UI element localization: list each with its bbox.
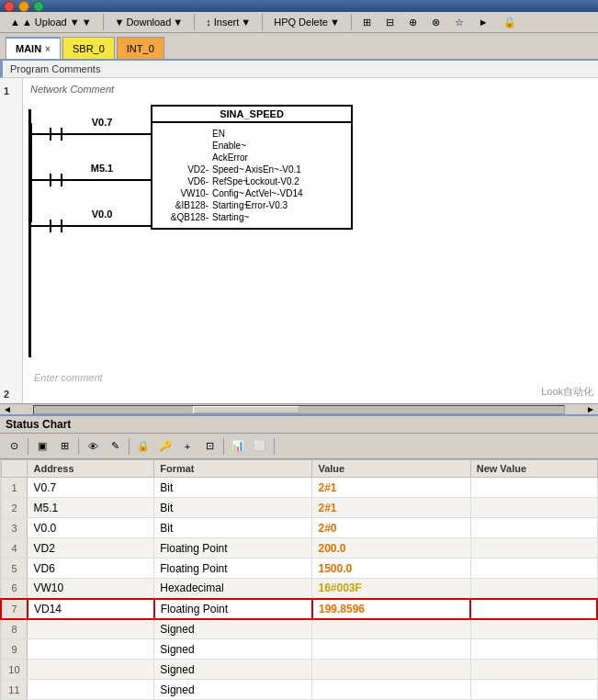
download-button[interactable]: ▼ Download ▼ <box>108 12 190 32</box>
bottom-scrollbar[interactable]: ◄ ► <box>0 403 598 414</box>
table-row[interactable]: 9Signed <box>1 639 597 660</box>
minimize-btn[interactable] <box>18 1 29 12</box>
delete-button[interactable]: HPQ Delete ▼ <box>267 12 346 32</box>
row-value[interactable]: 16#003F <box>312 579 470 599</box>
row-format[interactable]: Bit <box>154 498 312 518</box>
status-chart-toolbar: ⊙ ▣ ⊞ 👁 ✎ 🔒 🔑 + ⊡ 📊 ⬜ <box>0 434 598 459</box>
row-format[interactable]: Floating Point <box>154 538 312 559</box>
tab-main[interactable]: MAIN × <box>6 37 61 59</box>
sc-btn-2[interactable]: ▣ <box>32 436 52 457</box>
row-format[interactable]: Signed <box>154 660 312 680</box>
row-format[interactable]: Signed <box>154 639 312 660</box>
row-address[interactable]: V0.7 <box>28 478 154 498</box>
row-new-value[interactable] <box>470 559 597 579</box>
row-new-value[interactable] <box>470 538 597 559</box>
table-row[interactable]: 8Signed <box>1 619 597 639</box>
row-address[interactable]: VD2 <box>28 538 154 559</box>
row-format[interactable]: Hexadecimal <box>154 579 312 599</box>
sc-btn-4[interactable]: 👁 <box>83 436 103 457</box>
table-row[interactable]: 4VD2Floating Point200.0 <box>1 538 597 559</box>
sc-btn-7[interactable]: 🔑 <box>155 436 175 457</box>
maximize-btn[interactable] <box>33 1 44 12</box>
row-address[interactable] <box>28 680 154 700</box>
row-format[interactable]: Signed <box>154 619 312 639</box>
row-address[interactable]: VD6 <box>28 559 154 579</box>
row-format[interactable]: Signed <box>154 680 312 700</box>
row-format[interactable]: Bit <box>154 478 312 498</box>
row-number: 2 <box>1 498 28 518</box>
table-row[interactable]: 1V0.7Bit2#1 <box>1 478 597 498</box>
toolbar-btn-6[interactable]: ⊟ <box>379 12 401 32</box>
row-value[interactable] <box>312 660 470 680</box>
tab-sbr[interactable]: SBR_0 <box>62 37 115 59</box>
close-btn[interactable] <box>4 1 15 12</box>
row-format[interactable]: Floating Point <box>154 559 312 579</box>
table-row[interactable]: 3V0.0Bit2#0 <box>1 518 597 538</box>
toolbar-btn-8[interactable]: ⊗ <box>425 12 446 32</box>
row-new-value[interactable] <box>470 498 597 518</box>
row-value[interactable] <box>312 619 470 639</box>
fb-row-ackerror: AckError <box>158 152 345 163</box>
table-row[interactable]: 7VD14Floating Point199.8596 <box>1 599 597 619</box>
tab-main-close[interactable]: × <box>45 44 51 54</box>
sc-btn-3[interactable]: ⊞ <box>54 436 74 457</box>
row-new-value[interactable] <box>470 639 597 660</box>
sc-sep-3 <box>129 438 130 455</box>
sc-btn-10[interactable]: 📊 <box>228 436 248 457</box>
contact-v00-label: V0.0 <box>50 209 154 220</box>
sc-btn-8[interactable]: + <box>177 436 197 457</box>
table-row[interactable]: 10Signed <box>1 660 597 680</box>
row-value[interactable] <box>312 639 470 660</box>
scroll-right-btn[interactable]: ► <box>583 404 598 414</box>
row-address[interactable] <box>28 639 154 660</box>
row-number: 3 <box>1 518 28 538</box>
sc-btn-9[interactable]: ⊡ <box>199 436 220 457</box>
sc-btn-11[interactable]: ⬜ <box>250 436 270 457</box>
upload-button[interactable]: ▲ ▲ Upload ▼ ▼ <box>4 12 98 32</box>
network-content: Network Comment V0.7 <box>23 78 598 403</box>
col-header-address: Address <box>28 460 154 478</box>
toolbar: ▲ ▲ Upload ▼ ▼ ▼ Download ▼ ↕ Insert ▼ H… <box>0 12 598 33</box>
row-address[interactable]: M5.1 <box>28 498 154 518</box>
sc-btn-5[interactable]: ✎ <box>105 436 125 457</box>
sc-btn-1[interactable]: ⊙ <box>4 436 24 457</box>
table-row[interactable]: 11Signed <box>1 680 597 700</box>
sc-sep-5 <box>274 438 275 455</box>
insert-button[interactable]: ↕ Insert ▼ <box>199 12 257 32</box>
row-address[interactable]: V0.0 <box>28 518 154 538</box>
toolbar-btn-11[interactable]: 🔒 <box>497 12 523 32</box>
network2-comment-placeholder[interactable]: Enter comment <box>30 370 591 385</box>
row-value[interactable]: 200.0 <box>312 538 470 559</box>
row-format[interactable]: Bit <box>154 518 312 538</box>
row-format[interactable]: Floating Point <box>154 599 312 619</box>
row-address[interactable]: VW10 <box>28 579 154 599</box>
row-value[interactable]: 1500.0 <box>312 559 470 579</box>
row-new-value[interactable] <box>470 599 597 619</box>
row-new-value[interactable] <box>470 660 597 680</box>
scroll-left-btn[interactable]: ◄ <box>0 404 15 414</box>
row-value[interactable] <box>312 680 470 700</box>
table-row[interactable]: 2M5.1Bit2#1 <box>1 498 597 518</box>
scrollbar-track[interactable] <box>33 405 565 414</box>
row-value[interactable]: 2#1 <box>312 498 470 518</box>
row-new-value[interactable] <box>470 579 597 599</box>
table-row[interactable]: 5VD6Floating Point1500.0 <box>1 559 597 579</box>
toolbar-btn-7[interactable]: ⊕ <box>402 12 423 32</box>
row-address[interactable] <box>28 619 154 639</box>
toolbar-btn-10[interactable]: ► <box>472 12 495 32</box>
scrollbar-thumb[interactable] <box>193 406 299 413</box>
row-new-value[interactable] <box>470 478 597 498</box>
row-new-value[interactable] <box>470 680 597 700</box>
row-address[interactable] <box>28 660 154 680</box>
row-value[interactable]: 2#0 <box>312 518 470 538</box>
table-row[interactable]: 6VW10Hexadecimal16#003F <box>1 579 597 599</box>
row-new-value[interactable] <box>470 619 597 639</box>
row-value[interactable]: 2#1 <box>312 478 470 498</box>
row-new-value[interactable] <box>470 518 597 538</box>
sc-btn-6[interactable]: 🔒 <box>133 436 153 457</box>
toolbar-btn-5[interactable]: ⊞ <box>356 12 378 32</box>
tab-int[interactable]: INT_0 <box>117 37 164 59</box>
row-address[interactable]: VD14 <box>28 599 154 619</box>
row-value[interactable]: 199.8596 <box>312 599 470 619</box>
toolbar-btn-9[interactable]: ☆ <box>448 12 470 32</box>
